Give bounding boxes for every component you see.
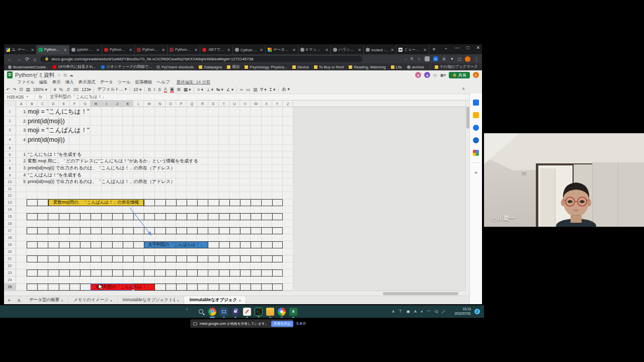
bookmark-item[interactable]: Reading, Watching — [349, 65, 385, 69]
forward-icon[interactable]: → — [16, 56, 21, 62]
undo-icon[interactable]: ↶ — [6, 87, 10, 92]
row-header-20[interactable]: 20 — [4, 248, 16, 255]
tab-close-icon[interactable]: ✕ — [390, 48, 394, 52]
star-icon[interactable]: ☆ — [57, 73, 61, 77]
mic-icon[interactable]: ◉ — [407, 309, 410, 314]
close-icon[interactable]: ✕ — [476, 45, 480, 50]
cell-note-text[interactable]: "こんにちは！"を生成する — [28, 151, 82, 158]
minimize-icon[interactable]: — — [455, 45, 459, 50]
file-explorer-icon[interactable] — [266, 308, 274, 316]
paint-format-icon[interactable]: ▤ — [26, 87, 30, 92]
meet-icon[interactable]: ▣▾ — [440, 73, 446, 77]
collaborator-avatar-1[interactable]: ● — [415, 72, 421, 78]
row-header-25[interactable]: 25 — [4, 284, 16, 291]
column-header-Z[interactable]: Z — [283, 101, 293, 107]
terminal-app-icon[interactable]: >_ — [255, 308, 263, 316]
tab-search-icon[interactable]: ⌄ — [444, 45, 448, 50]
redo-icon[interactable]: ↷ — [13, 87, 16, 92]
decrease-decimal-icon[interactable]: .0 — [66, 87, 69, 92]
collapse-toolbar-icon[interactable]: ∧ — [462, 86, 465, 91]
row-header-6[interactable]: 6 — [4, 151, 16, 158]
row-header-5[interactable]: 5 — [4, 145, 16, 151]
browser-tab[interactable]: Wミュータント✕ — [396, 45, 429, 54]
fill-color-icon[interactable]: ▣ — [170, 87, 174, 93]
borders-icon[interactable]: ⊞ — [177, 87, 181, 92]
browser-tab[interactable]: Pythonの名✕ — [135, 45, 168, 54]
browser-tab[interactable]: Pythonゼミ..✕ — [37, 45, 69, 54]
start-button[interactable] — [185, 308, 193, 316]
row-header-17[interactable]: 17 — [4, 227, 16, 234]
browser-tab[interactable]: データ型の概✕ — [266, 45, 298, 54]
zoom-select[interactable]: 150% ▾ — [33, 87, 47, 92]
pen-icon[interactable]: ／ — [442, 309, 446, 314]
browser-tab[interactable]: ユ. データモデ✕ — [4, 45, 37, 54]
row-header-14[interactable]: 14 — [4, 206, 16, 213]
browser-tab[interactable]: Pythonの名✕ — [168, 45, 200, 54]
insert-comment-icon[interactable]: ▭ — [246, 87, 250, 92]
strikethrough-icon[interactable]: S — [158, 87, 161, 92]
hide-notification-button[interactable]: 非表示 — [296, 321, 306, 326]
menu-表示[interactable]: 表示 — [52, 79, 61, 85]
number-format-icon[interactable]: 123▾ — [82, 87, 91, 92]
row-header-10[interactable]: 10 — [4, 178, 16, 186]
share-button[interactable]: 🔒 共有 — [449, 72, 470, 78]
notification-count-badge[interactable]: 2 — [474, 309, 480, 314]
taskbar-clock[interactable]: 10:13 2022/07/31 — [454, 307, 471, 316]
bookmark-item[interactable]: ジオシティーズの閉鎖で... — [101, 64, 151, 69]
menu-データ[interactable]: データ — [100, 79, 113, 85]
column-header-O[interactable]: O — [166, 101, 176, 107]
sheet-tab-dropdown-icon[interactable]: ▾ — [111, 299, 112, 302]
bookmark-item[interactable]: Psychology, Physica... — [245, 65, 287, 69]
menu-ツール[interactable]: ツール — [118, 79, 131, 85]
column-header-S[interactable]: S — [208, 101, 219, 107]
add-addon-icon[interactable]: + — [474, 169, 477, 175]
column-header-X[interactable]: X — [262, 101, 272, 107]
select-all-corner[interactable] — [4, 101, 16, 107]
sheet-tab-dropdown-icon[interactable]: ▾ — [239, 299, 240, 302]
cell-note-text[interactable]: "こんばんは！"を生成する — [28, 172, 82, 179]
other-bookmarks[interactable]: その他のブックマーク — [430, 64, 478, 69]
blue-annotation-cell[interactable]: 文字列型の「こんばんは！」 — [144, 241, 208, 248]
row-header-23[interactable]: 23 — [4, 269, 16, 277]
column-header-F[interactable]: F — [69, 101, 80, 107]
menu-拡張機能[interactable]: 拡張機能 — [135, 79, 152, 85]
hidden-icons-icon[interactable]: ∧ — [392, 309, 395, 314]
search-button[interactable] — [197, 308, 205, 316]
column-header-U[interactable]: U — [229, 101, 240, 107]
increase-decimal-icon[interactable]: .00 — [72, 87, 78, 92]
all-sheets-icon[interactable]: ≡ — [14, 298, 24, 303]
column-header-C[interactable]: C — [37, 101, 48, 107]
maximize-icon[interactable]: □ — [466, 45, 469, 50]
currency-icon[interactable]: ¥ — [54, 87, 56, 92]
new-tab-button[interactable]: + — [432, 46, 436, 53]
reload-icon[interactable]: ⟳ — [25, 56, 29, 62]
keep-icon[interactable] — [473, 112, 479, 118]
sheet-tab[interactable]: immutableなオブジェクト1▾ — [118, 296, 185, 304]
row-header-13[interactable]: 13 — [4, 199, 16, 206]
browser-tab[interactable]: pytohn の意✕ — [69, 45, 102, 54]
account-avatar[interactable]: k — [473, 72, 479, 78]
sheet-tab[interactable]: immutableなオブジェク▾ — [184, 296, 246, 304]
row-header-12[interactable]: 12 — [4, 192, 16, 199]
menu-挿入[interactable]: 挿入 — [65, 79, 74, 85]
print-icon[interactable]: ⊡ — [19, 87, 23, 92]
tab-close-icon[interactable]: ✕ — [423, 48, 427, 52]
notepad-app-icon[interactable] — [243, 308, 251, 316]
column-header-V[interactable]: V — [240, 101, 251, 107]
browser-tab[interactable]: ハラシュ - G✕ — [331, 45, 364, 54]
address-bar[interactable]: 🔒 docs.google.com/spreadsheets/d/1wIMZY8… — [40, 56, 362, 62]
name-box[interactable]: H25:K25 ▾ — [4, 95, 34, 100]
column-header-G[interactable]: G — [80, 101, 91, 107]
back-icon[interactable]: ← — [7, 56, 12, 62]
bold-icon[interactable]: B — [148, 87, 151, 92]
cell-note-text[interactable]: print(id(moji)) で出力されるのは、「こんばんは！」の所在（アドレ… — [28, 178, 175, 186]
row-header-18[interactable]: 18 — [4, 234, 16, 241]
menu-ファイル[interactable]: ファイル — [17, 79, 35, 85]
bookmark-item[interactable]: PyCharm shortcuts — [156, 65, 194, 69]
password-app-icon[interactable] — [231, 308, 239, 316]
tab-close-icon[interactable]: ✕ — [96, 48, 100, 52]
sheet-tab[interactable]: データ型の概要▾ — [24, 296, 68, 304]
row-header-1[interactable]: 1 — [4, 107, 16, 117]
sheet-tab-dropdown-icon[interactable]: ▾ — [177, 299, 179, 302]
volume-icon[interactable]: ◁ — [435, 309, 438, 314]
